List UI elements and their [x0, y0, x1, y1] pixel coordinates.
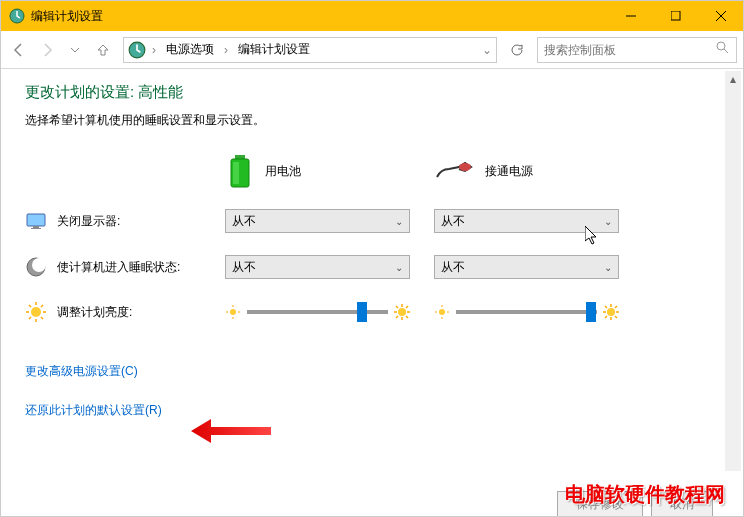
moon-icon: [25, 256, 47, 278]
svg-line-37: [406, 316, 408, 318]
svg-line-24: [41, 305, 43, 307]
chevron-down-icon[interactable]: ⌄: [482, 43, 492, 57]
search-icon[interactable]: [716, 41, 730, 58]
svg-line-38: [406, 306, 408, 308]
sun-icon: [25, 301, 47, 323]
svg-rect-14: [31, 228, 41, 229]
recent-dropdown[interactable]: [63, 38, 87, 62]
slider-thumb[interactable]: [357, 302, 367, 322]
restore-defaults-link[interactable]: 还原此计划的默认设置(R): [25, 402, 719, 419]
svg-line-22: [29, 305, 31, 307]
monitor-icon: [25, 210, 47, 232]
svg-rect-10: [233, 162, 239, 184]
scroll-up-icon[interactable]: ▴: [725, 71, 741, 87]
svg-line-52: [615, 306, 617, 308]
page-subtitle: 选择希望计算机使用的睡眠设置和显示设置。: [25, 112, 719, 129]
brightness-plugged-slider-cell: [434, 304, 619, 320]
chevron-down-icon: ⌄: [604, 262, 612, 273]
plugged-column-header: 接通电源: [435, 153, 645, 189]
svg-line-51: [615, 316, 617, 318]
window-controls: [608, 1, 743, 31]
svg-point-11: [459, 163, 471, 171]
svg-line-53: [605, 316, 607, 318]
sleep-label: 使计算机进入睡眠状态:: [57, 259, 180, 276]
up-button[interactable]: [91, 38, 115, 62]
brightness-battery-slider-cell: [225, 304, 410, 320]
slider-thumb[interactable]: [586, 302, 596, 322]
svg-point-45: [607, 308, 615, 316]
svg-line-36: [396, 306, 398, 308]
svg-line-23: [41, 317, 43, 319]
svg-point-16: [32, 258, 46, 272]
sleep-plugged-dropdown[interactable]: 从不⌄: [434, 255, 619, 279]
svg-line-7: [724, 49, 728, 53]
chevron-right-icon: ›: [224, 43, 228, 57]
svg-point-26: [230, 309, 236, 315]
power-plan-icon: [9, 8, 25, 24]
svg-line-25: [29, 317, 31, 319]
back-button[interactable]: [7, 38, 31, 62]
plug-icon: [435, 159, 475, 183]
sun-bright-icon: [394, 304, 410, 320]
chevron-down-icon: ⌄: [395, 262, 403, 273]
minimize-button[interactable]: [608, 1, 653, 31]
svg-line-39: [396, 316, 398, 318]
brightness-battery-slider[interactable]: [247, 310, 388, 314]
window-title: 编辑计划设置: [31, 8, 103, 25]
display-off-battery-dropdown[interactable]: 从不⌄: [225, 209, 410, 233]
power-options-icon: [128, 41, 146, 59]
annotation-arrow-icon: [191, 417, 271, 445]
svg-rect-13: [33, 226, 39, 228]
search-input[interactable]: [544, 43, 716, 57]
svg-point-17: [31, 307, 41, 317]
advanced-power-settings-link[interactable]: 更改高级电源设置(C): [25, 363, 719, 380]
svg-line-50: [605, 306, 607, 308]
navbar: › 电源选项 › 编辑计划设置 ⌄: [1, 31, 743, 69]
scrollbar[interactable]: ▴: [725, 71, 741, 471]
sleep-battery-dropdown[interactable]: 从不⌄: [225, 255, 410, 279]
sun-dim-icon: [434, 304, 450, 320]
breadcrumb-edit-plan[interactable]: 编辑计划设置: [234, 39, 314, 60]
svg-rect-8: [235, 155, 245, 159]
close-button[interactable]: [698, 1, 743, 31]
battery-column-header: 用电池: [225, 153, 435, 189]
sun-bright-icon: [603, 304, 619, 320]
chevron-right-icon: ›: [152, 43, 156, 57]
display-off-label: 关闭显示器:: [57, 213, 120, 230]
content-area: 更改计划的设置: 高性能 选择希望计算机使用的睡眠设置和显示设置。 用电池 接通…: [1, 69, 743, 516]
svg-point-6: [717, 42, 725, 50]
svg-point-31: [398, 308, 406, 316]
plugged-label: 接通电源: [485, 163, 533, 180]
sun-dim-icon: [225, 304, 241, 320]
chevron-down-icon: ⌄: [395, 216, 403, 227]
display-off-plugged-dropdown[interactable]: 从不⌄: [434, 209, 619, 233]
battery-label: 用电池: [265, 163, 301, 180]
brightness-row: 调整计划亮度:: [25, 301, 719, 323]
titlebar: 编辑计划设置: [1, 1, 743, 31]
svg-point-40: [439, 309, 445, 315]
chevron-down-icon: ⌄: [604, 216, 612, 227]
refresh-button[interactable]: [505, 38, 529, 62]
column-headers: 用电池 接通电源: [225, 153, 719, 189]
svg-rect-12: [27, 214, 45, 226]
display-off-row: 关闭显示器: 从不⌄ 从不⌄: [25, 209, 719, 233]
svg-rect-2: [671, 11, 680, 20]
search-box[interactable]: [537, 37, 737, 63]
brightness-label: 调整计划亮度:: [57, 304, 132, 321]
page-heading: 更改计划的设置: 高性能: [25, 83, 719, 102]
forward-button[interactable]: [35, 38, 59, 62]
links-section: 更改高级电源设置(C) 还原此计划的默认设置(R): [25, 363, 719, 419]
breadcrumb-power-options[interactable]: 电源选项: [162, 39, 218, 60]
sleep-row: 使计算机进入睡眠状态: 从不⌄ 从不⌄: [25, 255, 719, 279]
watermark: 电脑软硬件教程网: [565, 481, 725, 508]
brightness-plugged-slider[interactable]: [456, 310, 597, 314]
battery-icon: [225, 153, 255, 189]
breadcrumb[interactable]: › 电源选项 › 编辑计划设置 ⌄: [123, 37, 497, 63]
maximize-button[interactable]: [653, 1, 698, 31]
